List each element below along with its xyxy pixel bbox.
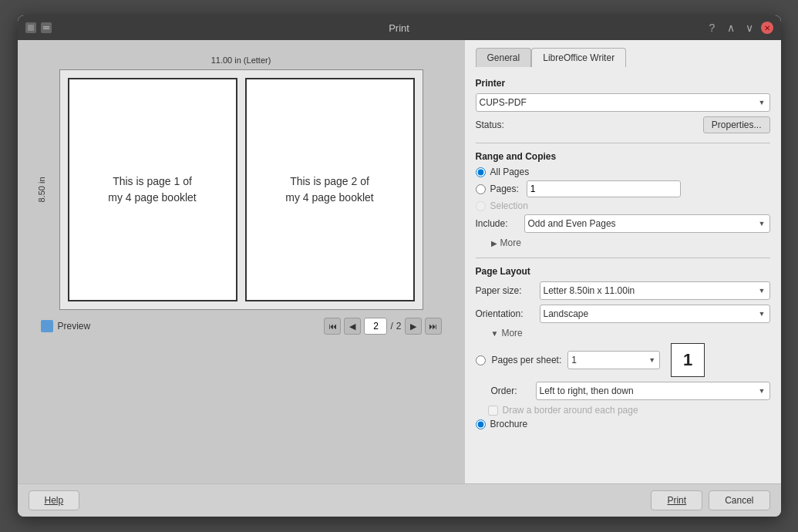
window-title: Print — [389, 22, 409, 34]
layout-more-label: More — [501, 328, 522, 338]
pin-icon — [25, 22, 36, 33]
properties-button[interactable]: Properties... — [703, 116, 770, 133]
preview-bottom: Preview ⏮ ◀ 2 / 2 ▶ ⏭ — [33, 318, 450, 335]
help-btn-label: Help — [45, 495, 64, 506]
page-container: This is page 1 of my 4 page booklet This… — [59, 69, 423, 310]
orientation-label: Orientation: — [476, 308, 534, 319]
brochure-label: Brochure — [490, 419, 528, 429]
pages-label: Pages: — [490, 184, 519, 194]
brochure-radio[interactable] — [476, 419, 486, 429]
help-icon[interactable]: ? — [705, 21, 719, 35]
border-checkbox[interactable] — [488, 406, 498, 416]
tabs: General LibreOffice Writer — [476, 48, 770, 67]
printer-dropdown-row: CUPS-PDF ▼ — [476, 93, 770, 112]
last-page-btn[interactable]: ⏭ — [425, 318, 442, 335]
settings-panel: General LibreOffice Writer Printer CUPS-… — [465, 40, 781, 483]
help-button[interactable]: Help — [29, 490, 80, 510]
titlebar-actions: ? ∧ ∨ ✕ — [705, 21, 773, 35]
layout-section-label: Page Layout — [476, 266, 770, 277]
all-pages-label: All Pages — [490, 167, 530, 177]
status-label: Status: — [476, 120, 522, 130]
preview-panel: 11.00 in (Letter) 8.50 in This is page 1… — [18, 40, 465, 483]
tab-writer[interactable]: LibreOffice Writer — [531, 48, 626, 67]
pps-select-wrapper: 1 2 4 6 ▼ — [567, 351, 660, 369]
range-expand-icon: ▶ — [491, 239, 497, 247]
next-page-btn[interactable]: ▶ — [405, 318, 422, 335]
all-pages-row: All Pages — [476, 167, 770, 177]
order-label: Order: — [491, 386, 530, 396]
layout-expand-icon: ▼ — [491, 329, 499, 338]
printer-select[interactable]: CUPS-PDF — [476, 93, 770, 112]
include-select[interactable]: Odd and Even Pages Odd Pages Even Pages — [524, 214, 770, 233]
all-pages-radio[interactable] — [476, 167, 486, 177]
menu-icon — [41, 22, 52, 33]
printer-select-wrapper: CUPS-PDF ▼ — [476, 93, 770, 112]
include-row: Include: Odd and Even Pages Odd Pages Ev… — [476, 214, 770, 233]
range-section-label: Range and Copies — [476, 151, 770, 162]
pages-per-sheet-row: Pages per sheet: 1 2 4 6 ▼ 1 — [476, 343, 770, 377]
page-right: This is page 2 of my 4 page booklet — [245, 78, 415, 301]
total-pages: 2 — [396, 321, 402, 332]
svg-rect-0 — [28, 25, 34, 31]
selection-row: Selection — [476, 200, 770, 211]
preview-label-group: Preview — [41, 320, 91, 332]
border-checkbox-row: Draw a border around each page — [488, 405, 770, 416]
orientation-select[interactable]: Portrait Landscape — [540, 305, 770, 323]
close-button[interactable]: ✕ — [761, 22, 773, 34]
page-preview-thumb: 1 — [671, 343, 705, 377]
chevron-down-icon[interactable]: ∨ — [742, 21, 756, 35]
paper-size-select-wrapper: Letter 8.50in x 11.00in A4 Legal ▼ — [540, 281, 770, 300]
print-btn-label: Print — [667, 495, 686, 506]
cancel-button[interactable]: Cancel — [709, 490, 769, 510]
pages-per-sheet-radio[interactable] — [476, 355, 486, 365]
pagination: ⏮ ◀ 2 / 2 ▶ ⏭ — [324, 318, 441, 335]
range-more-toggle[interactable]: ▶ More — [491, 237, 770, 248]
selection-radio[interactable] — [476, 201, 486, 211]
order-row: Order: Left to right, then down Right to… — [491, 382, 770, 400]
footer-right-buttons: Print Cancel — [651, 490, 769, 510]
tab-general[interactable]: General — [476, 48, 532, 67]
include-label: Include: — [476, 218, 518, 229]
paper-width-label: 11.00 in (Letter) — [211, 56, 271, 65]
prev-page-btn[interactable]: ◀ — [344, 318, 361, 335]
page-number-input[interactable]: 2 — [364, 318, 387, 335]
orientation-row: Orientation: Portrait Landscape ▼ — [476, 305, 770, 323]
page-separator: / — [390, 321, 392, 332]
layout-more-toggle[interactable]: ▼ More — [491, 328, 770, 338]
paper-size-label: Paper size: — [476, 285, 534, 296]
printer-status-row: Status: Properties... — [476, 116, 770, 133]
selection-label: Selection — [490, 200, 528, 211]
preview-area: 8.50 in This is page 1 of my 4 page book… — [59, 69, 423, 310]
chevron-up-icon[interactable]: ∧ — [724, 21, 738, 35]
order-select[interactable]: Left to right, then down Right to left, … — [536, 382, 770, 400]
printer-section-label: Printer — [476, 78, 770, 89]
paper-height-label: 8.50 in — [36, 177, 45, 202]
pages-input[interactable]: 1 — [527, 180, 681, 197]
pages-radio[interactable] — [476, 184, 486, 194]
footer: Help Print Cancel — [18, 483, 781, 517]
paper-size-row: Paper size: Letter 8.50in x 11.00in A4 L… — [476, 281, 770, 300]
svg-rect-1 — [43, 26, 49, 28]
first-page-btn[interactable]: ⏮ — [324, 318, 341, 335]
svg-rect-2 — [43, 29, 49, 30]
titlebar-icons — [25, 22, 52, 33]
brochure-row: Brochure — [476, 419, 770, 429]
pages-per-sheet-label: Pages per sheet: — [492, 355, 562, 365]
pps-select[interactable]: 1 2 4 6 — [567, 351, 660, 369]
paper-size-select[interactable]: Letter 8.50in x 11.00in A4 Legal — [540, 281, 770, 300]
range-more-label: More — [500, 237, 521, 248]
include-select-wrapper: Odd and Even Pages Odd Pages Even Pages … — [524, 214, 770, 233]
border-label: Draw a border around each page — [503, 405, 638, 416]
preview-icon — [41, 320, 53, 332]
preview-text: Preview — [58, 321, 91, 332]
order-select-wrapper: Left to right, then down Right to left, … — [536, 382, 770, 400]
pages-row: Pages: 1 — [476, 180, 770, 197]
orientation-select-wrapper: Portrait Landscape ▼ — [540, 305, 770, 323]
page-left: This is page 1 of my 4 page booklet — [68, 78, 237, 301]
print-button[interactable]: Print — [651, 490, 702, 510]
titlebar: Print ? ∧ ∨ ✕ — [18, 15, 781, 40]
